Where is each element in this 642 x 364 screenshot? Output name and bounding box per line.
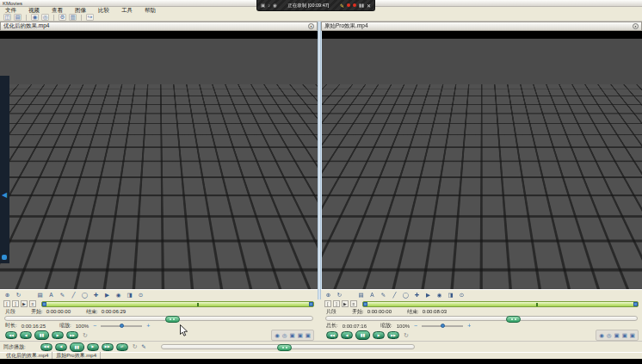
play-marker-icon[interactable]: ▶ — [424, 291, 432, 299]
zoom-out-button[interactable]: − — [93, 323, 96, 329]
left-video-viewport[interactable] — [0, 31, 318, 289]
snapshot-both-icon[interactable]: ◎ — [282, 332, 287, 339]
range-start-handle[interactable] — [42, 302, 46, 306]
sync-step-forward-button[interactable]: ▶ — [87, 343, 99, 351]
step-forward-button[interactable]: ▶ — [373, 331, 385, 339]
left-clip-range-bar[interactable] — [41, 301, 314, 307]
zoom-slider-handle[interactable] — [120, 324, 124, 328]
mark-in-icon[interactable]: ▣ — [290, 332, 295, 339]
left-timeline-slider[interactable] — [4, 316, 313, 321]
set-clip-end-button[interactable]: ] — [333, 300, 340, 307]
save-marks-icon[interactable]: ▣ — [630, 332, 635, 339]
recorder-camera-icon[interactable]: ◉ — [273, 3, 277, 8]
image-tool-icon[interactable]: ▤ — [36, 291, 44, 299]
range-start-handle[interactable] — [363, 302, 367, 306]
pause-recording-icon[interactable]: ▮▮ — [359, 3, 364, 8]
cross-tool-icon[interactable]: ✚ — [413, 291, 421, 299]
pan-icon[interactable]: ⊕ — [324, 291, 332, 299]
pan-icon[interactable]: ⊕ — [3, 291, 11, 299]
cross-tool-icon[interactable]: ✚ — [92, 291, 100, 299]
recorder-screen-icon[interactable]: ▣ — [261, 3, 265, 8]
sync-go-start-button[interactable]: ◀◀ — [40, 343, 52, 351]
clip-list-button[interactable]: ≡ — [29, 300, 36, 307]
timeline-handle[interactable] — [506, 316, 521, 323]
mark-out-icon[interactable]: ▣ — [298, 332, 303, 339]
halftone-tool-icon[interactable]: ◨ — [126, 291, 133, 299]
set-clip-end-button[interactable]: ] — [12, 300, 19, 307]
snapshot-right-icon[interactable]: ◎ — [41, 14, 49, 21]
settings-icon[interactable]: ⚙ — [59, 14, 66, 21]
annotate-icon[interactable]: ✎ — [340, 3, 344, 9]
zoom-in-button[interactable]: + — [467, 323, 471, 329]
left-panel-titlebar[interactable]: 优化后的效果.mp4 ● — [0, 22, 318, 31]
recording-toolbar[interactable]: ▣ ♪ ◉ 正在录制 [00:09:47] ✎ ▮▮ ✕ — [256, 0, 375, 11]
snapshot-left-icon[interactable]: ◉ — [31, 14, 39, 21]
pause-button[interactable]: ▮▮ — [355, 330, 370, 340]
right-panel-pin-icon[interactable]: ● — [633, 23, 639, 29]
go-start-button[interactable]: ◀◀ — [326, 331, 338, 339]
save-marks-icon[interactable]: ▣ — [306, 332, 311, 339]
play-marker-icon[interactable]: ▶ — [103, 291, 111, 299]
open-file-icon[interactable]: ◫ — [3, 14, 11, 21]
set-clip-start-button[interactable]: [ — [3, 300, 10, 307]
zoom-slider[interactable] — [422, 325, 463, 327]
go-end-button[interactable]: ▶▶ — [66, 331, 78, 339]
magnifier-icon[interactable]: ⊙ — [458, 291, 466, 299]
target-tool-icon[interactable]: ◉ — [114, 291, 122, 299]
text-tool-icon[interactable]: A — [47, 291, 55, 299]
text-tool-icon[interactable]: A — [368, 291, 376, 299]
ellipse-tool-icon[interactable]: ◯ — [402, 291, 410, 299]
left-panel-pin-icon[interactable]: ● — [308, 23, 314, 29]
right-timeline-slider[interactable] — [325, 316, 638, 321]
line-tool-icon[interactable]: ╱ — [70, 291, 77, 299]
go-end-button[interactable]: ▶▶ — [387, 331, 399, 339]
zoom-in-button[interactable]: + — [146, 323, 150, 329]
side-panel-overlay[interactable]: ◀ — [0, 76, 9, 263]
sync-go-end-button[interactable]: ▶▶ — [102, 343, 114, 351]
play-clip-button[interactable]: ▶ — [21, 300, 28, 307]
sync-loop-button[interactable]: ↻ — [133, 343, 138, 350]
global-timeline-slider[interactable] — [161, 344, 415, 349]
rotate-icon[interactable]: ↻ — [336, 291, 343, 299]
go-start-button[interactable]: ◀◀ — [5, 331, 17, 339]
range-end-handle[interactable] — [633, 302, 638, 306]
play-clip-button[interactable]: ▶ — [342, 300, 349, 307]
mark-in-icon[interactable]: ▣ — [614, 332, 620, 339]
loop-button[interactable]: ↻ — [83, 332, 88, 339]
timeline-handle[interactable] — [165, 316, 180, 323]
halftone-tool-icon[interactable]: ◨ — [447, 291, 454, 299]
right-panel-titlebar[interactable]: 原始Pro效果.mp4 ● — [321, 22, 642, 31]
step-back-button[interactable]: ◀ — [20, 331, 32, 339]
mark-out-icon[interactable]: ▣ — [622, 332, 627, 339]
range-end-handle[interactable] — [309, 302, 313, 306]
snapshot-icon[interactable]: ◉ — [275, 332, 280, 339]
loop-button[interactable]: ↻ — [404, 332, 409, 339]
record-icon[interactable] — [347, 3, 350, 7]
ellipse-tool-icon[interactable]: ◯ — [81, 291, 89, 299]
clip-list-button[interactable]: ≡ — [350, 300, 357, 307]
snapshot-icon[interactable]: ◉ — [599, 332, 604, 339]
grid-icon[interactable]: ▥ — [69, 14, 77, 21]
step-forward-button[interactable]: ▶ — [52, 331, 64, 339]
image-tool-icon[interactable]: ▤ — [357, 291, 365, 299]
expand-side-panel-icon[interactable]: ◀ — [2, 191, 7, 199]
global-timeline-handle[interactable] — [277, 344, 292, 351]
close-recorder-icon[interactable]: ✕ — [367, 3, 371, 9]
pencil-tool-icon[interactable]: ✎ — [59, 291, 66, 299]
current-frame-marker[interactable] — [197, 303, 199, 306]
zoom-slider[interactable] — [101, 325, 142, 327]
sync-pause-button[interactable]: ▮▮ — [70, 342, 84, 352]
right-clip-range-bar[interactable] — [362, 301, 639, 307]
magnifier-icon[interactable]: ⊙ — [137, 291, 145, 299]
snapshot-both-icon[interactable]: ◎ — [607, 332, 612, 339]
rotate-icon[interactable]: ↻ — [15, 291, 22, 299]
step-back-button[interactable]: ◀ — [341, 331, 353, 339]
target-tool-icon[interactable]: ◉ — [435, 291, 443, 299]
sync-brush-icon[interactable]: ✎ — [140, 343, 148, 351]
stop-icon[interactable] — [353, 3, 356, 7]
current-frame-marker[interactable] — [536, 303, 538, 306]
pause-button[interactable]: ▮▮ — [34, 330, 49, 340]
export-icon[interactable]: ↪ — [86, 14, 94, 21]
zoom-out-button[interactable]: − — [414, 323, 417, 329]
zoom-slider-handle[interactable] — [441, 324, 445, 328]
